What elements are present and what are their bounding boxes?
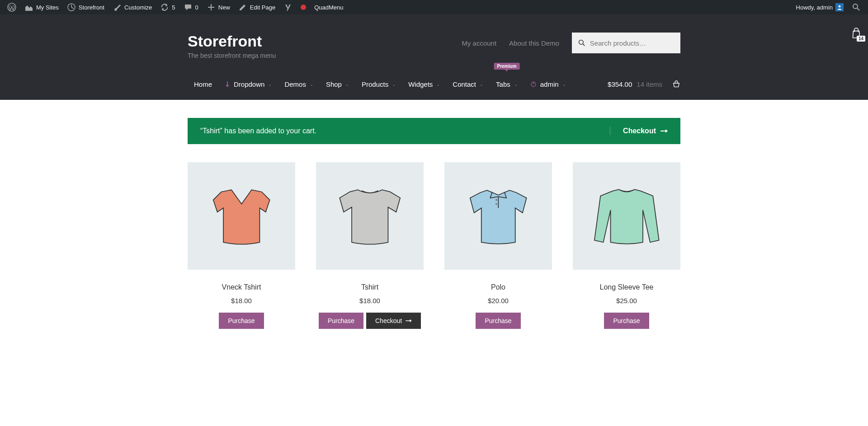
quadmenu-label: QuadMenu bbox=[314, 4, 343, 11]
premium-badge: Premium bbox=[494, 63, 519, 70]
howdy-link[interactable]: Howdy, admin bbox=[793, 0, 847, 14]
sites-icon bbox=[24, 3, 33, 12]
wp-logo[interactable] bbox=[4, 0, 20, 14]
chevron-down-icon: ⌄ bbox=[514, 82, 518, 87]
cart-total: $354.00 bbox=[608, 80, 632, 88]
nav-tabs[interactable]: Premium Tabs⌄ bbox=[490, 68, 524, 100]
nav-products-label: Products bbox=[362, 80, 388, 88]
customize-label: Customize bbox=[124, 4, 152, 11]
plus-icon bbox=[207, 3, 216, 12]
chevron-down-icon: ⌄ bbox=[562, 82, 566, 87]
my-sites-link[interactable]: My Sites bbox=[21, 0, 62, 14]
nav-home[interactable]: Home bbox=[188, 68, 218, 100]
product-name[interactable]: Tshirt bbox=[316, 283, 424, 291]
site-tagline: The best storefront mega menu bbox=[188, 52, 276, 59]
page-content: “Tshirt” has been added to your cart. Ch… bbox=[188, 100, 680, 356]
checkout-link-label: Checkout bbox=[623, 127, 656, 135]
product-card: Tshirt $18.00 Purchase Checkout bbox=[316, 162, 424, 329]
nav-shop[interactable]: Shop⌄ bbox=[320, 68, 355, 100]
howdy-label: Howdy, admin bbox=[796, 4, 833, 11]
updates-link[interactable]: 5 bbox=[156, 0, 179, 14]
my-sites-label: My Sites bbox=[36, 4, 59, 11]
notice-checkout-link[interactable]: Checkout bbox=[610, 127, 668, 135]
yoast-link[interactable] bbox=[280, 0, 296, 14]
nav-admin-label: admin bbox=[540, 80, 559, 88]
nav-home-label: Home bbox=[194, 80, 212, 88]
chevron-down-icon: ⌄ bbox=[392, 82, 396, 87]
floating-cart[interactable]: 14 bbox=[844, 22, 868, 45]
checkout-button[interactable]: Checkout bbox=[366, 313, 421, 329]
purchase-button[interactable]: Purchase bbox=[319, 313, 363, 329]
nav-tabs-label: Tabs bbox=[496, 80, 510, 88]
purchase-button[interactable]: Purchase bbox=[219, 313, 264, 329]
nav-admin[interactable]: admin⌄ bbox=[524, 68, 572, 100]
search-icon bbox=[578, 39, 585, 47]
nav-widgets-label: Widgets bbox=[408, 80, 433, 88]
product-name[interactable]: Long Sleeve Tee bbox=[573, 283, 680, 291]
product-name[interactable]: Vneck Tshirt bbox=[188, 283, 295, 291]
svg-point-8 bbox=[495, 203, 497, 205]
site-name-link[interactable]: Storefront bbox=[63, 0, 108, 14]
wp-admin-bar: My Sites Storefront Customize 5 0 New Ed… bbox=[0, 0, 868, 14]
avatar-icon bbox=[835, 3, 844, 11]
about-demo-link[interactable]: About this Demo bbox=[509, 39, 559, 47]
nav-demos[interactable]: Demos⌄ bbox=[278, 68, 320, 100]
comments-link[interactable]: 0 bbox=[180, 0, 202, 14]
chevron-down-icon: ⌄ bbox=[345, 82, 349, 87]
product-price: $25.00 bbox=[573, 297, 680, 304]
cart-items-count: 14 items bbox=[637, 80, 662, 88]
update-icon bbox=[160, 3, 169, 12]
search-toggle[interactable] bbox=[848, 0, 864, 14]
floating-cart-count: 14 bbox=[857, 36, 865, 42]
product-price: $18.00 bbox=[316, 297, 424, 304]
product-card: Long Sleeve Tee $25.00 Purchase bbox=[573, 162, 680, 329]
notice-text: “Tshirt” has been added to your cart. bbox=[200, 127, 316, 135]
arrow-right-icon bbox=[406, 318, 412, 323]
my-account-link[interactable]: My account bbox=[462, 39, 496, 47]
arrow-right-icon bbox=[660, 128, 668, 134]
wordpress-icon bbox=[7, 3, 16, 12]
product-grid: Vneck Tshirt $18.00 Purchase Tshirt $18.… bbox=[188, 162, 680, 329]
cart-summary[interactable]: $354.00 14 items bbox=[608, 80, 680, 88]
svg-point-2 bbox=[839, 5, 841, 8]
product-price: $18.00 bbox=[188, 297, 295, 304]
nav-dropdown[interactable]: Dropdown⌄ bbox=[218, 68, 278, 100]
product-image[interactable] bbox=[188, 162, 295, 270]
quadmenu-link[interactable]: QuadMenu bbox=[311, 0, 347, 14]
product-image[interactable] bbox=[573, 162, 680, 270]
new-label: New bbox=[218, 4, 230, 11]
nav-widgets[interactable]: Widgets⌄ bbox=[402, 68, 446, 100]
chevron-down-icon: ⌄ bbox=[268, 82, 272, 87]
comment-icon bbox=[184, 3, 193, 12]
power-icon bbox=[530, 81, 537, 87]
product-name[interactable]: Polo bbox=[444, 283, 552, 291]
purchase-button[interactable]: Purchase bbox=[604, 313, 649, 329]
customize-link[interactable]: Customize bbox=[109, 0, 156, 14]
search-input[interactable] bbox=[590, 39, 674, 47]
status-dot-icon bbox=[301, 5, 306, 10]
updates-count: 5 bbox=[172, 4, 175, 11]
product-price: $20.00 bbox=[444, 297, 552, 304]
site-name-label: Storefront bbox=[79, 4, 104, 11]
nav-shop-label: Shop bbox=[326, 80, 342, 88]
nav-demos-label: Demos bbox=[284, 80, 306, 88]
product-card: Vneck Tshirt $18.00 Purchase bbox=[188, 162, 295, 329]
red-dot-item[interactable] bbox=[297, 0, 310, 14]
chevron-down-icon: ⌄ bbox=[436, 82, 440, 87]
product-image[interactable] bbox=[316, 162, 424, 270]
edit-page-link[interactable]: Edit Page bbox=[235, 0, 279, 14]
nav-contact-label: Contact bbox=[453, 80, 476, 88]
brush-icon bbox=[113, 3, 122, 12]
new-link[interactable]: New bbox=[203, 0, 234, 14]
nav-dropdown-label: Dropdown bbox=[234, 80, 264, 88]
product-image[interactable] bbox=[444, 162, 552, 270]
site-title[interactable]: Storefront bbox=[188, 33, 276, 50]
chevron-down-icon: ⌄ bbox=[480, 82, 483, 87]
purchase-button[interactable]: Purchase bbox=[476, 313, 520, 329]
site-header: Storefront The best storefront mega menu… bbox=[0, 14, 868, 100]
nav-contact[interactable]: Contact⌄ bbox=[446, 68, 490, 100]
nav-products[interactable]: Products⌄ bbox=[355, 68, 402, 100]
comments-count: 0 bbox=[195, 4, 198, 11]
product-search[interactable] bbox=[572, 33, 680, 53]
search-icon bbox=[852, 3, 861, 12]
